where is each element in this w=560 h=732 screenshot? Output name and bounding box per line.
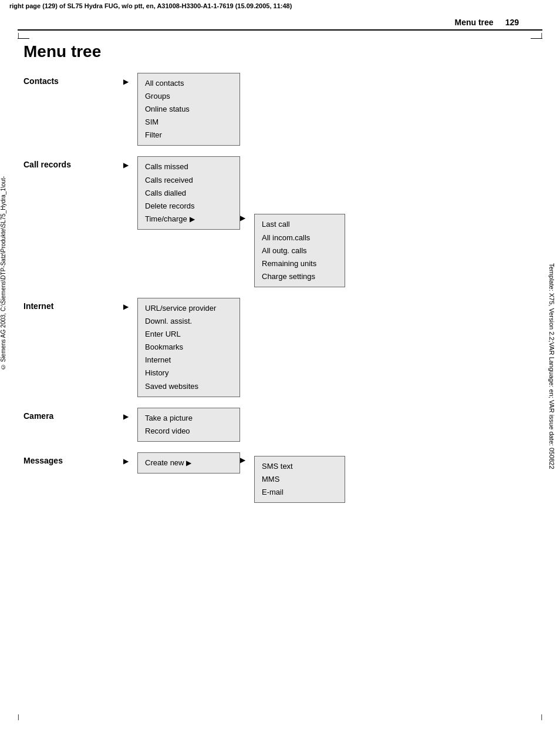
submenu-item-internet-url/service-provider: URL/service provider: [145, 302, 232, 315]
menu-tree: Contacts▶All contactsGroupsOnline status…: [23, 73, 537, 503]
sub-submenu-item-messages-e-mail: E-mail: [262, 486, 338, 499]
submenu-item-contacts-online-status: Online status: [145, 103, 232, 116]
category-col-call-records: Call records: [23, 156, 123, 169]
page-title: Menu tree: [23, 42, 537, 61]
menu-row-internet: Internet▶URL/service providerDownl. assi…: [23, 298, 537, 397]
category-arrow-internet: ▶: [123, 298, 137, 311]
menu-row-contacts: Contacts▶All contactsGroupsOnline status…: [23, 73, 537, 146]
submenu-box-call-records: Calls missedCalls receivedCalls dialledD…: [137, 156, 240, 229]
page-header-number: 129: [505, 18, 519, 27]
submenu-item-internet-bookmarks: Bookmarks: [145, 341, 232, 354]
category-label-call-records: Call records: [23, 160, 123, 169]
submenu-item-call-records-calls-received: Calls received: [145, 174, 232, 187]
sub-submenu-item-call-records-charge-settings: Charge settings: [262, 270, 338, 283]
category-label-internet: Internet: [23, 301, 123, 311]
submenu-item-contacts-all-contacts: All contacts: [145, 77, 232, 90]
menu-row-messages: Messages▶Create new ▶▶SMS textMMSE-mail: [23, 452, 537, 503]
submenu-item-row-call-records: Time/charge ▶: [145, 213, 232, 226]
category-arrow-messages: ▶: [123, 452, 137, 465]
submenu-box-contacts: All contactsGroupsOnline statusSIMFilter: [137, 73, 240, 146]
sub-submenu-item-messages-sms-text: SMS text: [262, 460, 338, 473]
submenu-with-sub-call-records: Calls missedCalls receivedCalls dialledD…: [137, 156, 345, 287]
menu-row-camera: Camera▶Take a pictureRecord video: [23, 408, 537, 442]
sidebar-left: © Siemens AG 2003, C:\Siemens\DTP-Satz\P…: [0, 176, 6, 370]
category-col-messages: Messages: [23, 452, 123, 465]
submenu-item-internet-internet: Internet: [145, 354, 232, 367]
meta-line: right page (129) of SL75 Hydra FUG, w/o …: [0, 0, 560, 12]
sub-submenu-item-messages-mms: MMS: [262, 473, 338, 486]
submenu-box-camera: Take a pictureRecord video: [137, 408, 240, 442]
category-arrow-call-records: ▶: [123, 156, 137, 169]
sub-submenu-box-call-records: Last callAll incom.callsAll outg. callsR…: [254, 214, 345, 287]
sub-submenu-item-call-records-all-outg.-calls: All outg. calls: [262, 244, 338, 257]
menu-row-call-records: Call records▶Calls missedCalls receivedC…: [23, 156, 537, 287]
page-header-title: Menu tree: [455, 18, 494, 27]
category-col-camera: Camera: [23, 408, 123, 421]
category-label-camera: Camera: [23, 411, 123, 421]
corner-mark-bottom-left: |: [18, 714, 19, 720]
sub-submenu-item-call-records-all-incom.calls: All incom.calls: [262, 231, 338, 244]
category-label-contacts: Contacts: [23, 76, 123, 86]
submenu-box-internet: URL/service providerDownl. assist.Enter …: [137, 298, 240, 397]
sidebar-right-text: Template: X75, Version 2.2;VAR Language:…: [548, 263, 555, 469]
submenu-item-contacts-filter: Filter: [145, 129, 232, 142]
category-arrow-camera: ▶: [123, 408, 137, 421]
corner-mark-bottom-right: |: [541, 714, 542, 720]
page-header: Menu tree 129: [18, 12, 542, 31]
submenu-item-internet-history: History: [145, 367, 232, 380]
submenu-box-messages: Create new ▶: [137, 452, 240, 474]
submenu-item-call-records-delete-records: Delete records: [145, 200, 232, 213]
sub-submenu-item-call-records-remaining-units: Remaining units: [262, 257, 338, 270]
category-label-messages: Messages: [23, 456, 123, 465]
submenu-item-contacts-groups: Groups: [145, 90, 232, 103]
submenu-item-call-records-calls-dialled: Calls dialled: [145, 187, 232, 200]
category-col-internet: Internet: [23, 298, 123, 311]
submenu-item-call-records-calls-missed: Calls missed: [145, 160, 232, 173]
submenu-item-row-messages: Create new ▶: [145, 456, 232, 469]
sidebar-right-container: Template: X75, Version 2.2;VAR Language:…: [548, 0, 555, 732]
submenu-item-call-records-time/charge: Time/charge: [145, 213, 187, 226]
submenu-item-internet-saved-websites: Saved websites: [145, 380, 232, 393]
sub-submenu-item-call-records-last-call: Last call: [262, 218, 338, 231]
submenu-item-internet-downl.-assist.: Downl. assist.: [145, 315, 232, 328]
submenu-item-internet-enter-url: Enter URL: [145, 328, 232, 341]
category-col-contacts: Contacts: [23, 73, 123, 86]
submenu-item-messages-create-new: Create new: [145, 456, 184, 469]
sub-arrow-messages: ▶: [240, 452, 254, 464]
category-arrow-contacts: ▶: [123, 73, 137, 86]
submenu-with-sub-messages: Create new ▶▶SMS textMMSE-mail: [137, 452, 345, 503]
sub-submenu-box-messages: SMS textMMSE-mail: [254, 456, 345, 503]
main-content: Menu tree Contacts▶All contactsGroupsOnl…: [0, 31, 560, 531]
sub-arrow-call-records: ▶: [240, 156, 254, 222]
submenu-item-arrow-call-records: ▶: [190, 215, 195, 223]
submenu-item-camera-record-video: Record video: [145, 425, 232, 438]
submenu-item-contacts-sim: SIM: [145, 116, 232, 129]
submenu-item-arrow-messages: ▶: [186, 459, 191, 467]
submenu-item-camera-take-a-picture: Take a picture: [145, 412, 232, 425]
